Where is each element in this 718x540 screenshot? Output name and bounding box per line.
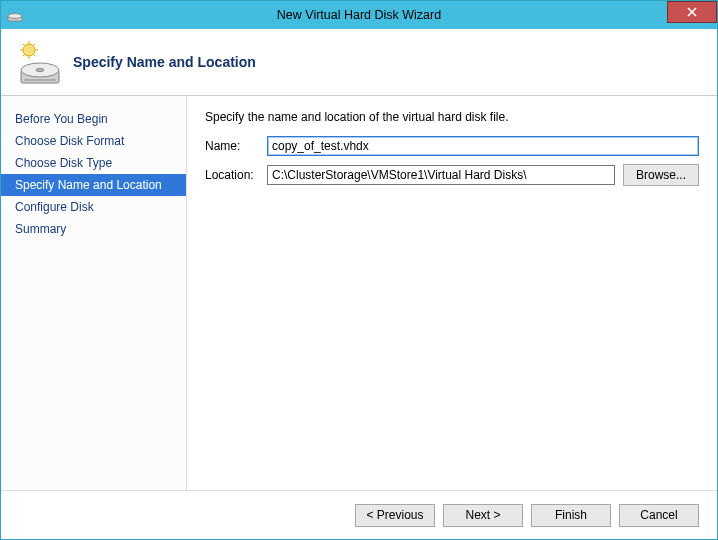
name-label: Name: xyxy=(205,139,259,153)
step-configure-disk[interactable]: Configure Disk xyxy=(1,196,186,218)
location-label: Location: xyxy=(205,168,259,182)
step-summary[interactable]: Summary xyxy=(1,218,186,240)
title-bar: New Virtual Hard Disk Wizard xyxy=(1,1,717,29)
name-row: Name: xyxy=(205,136,699,156)
content-panel: Specify the name and location of the vir… xyxy=(187,96,717,490)
page-heading: Specify Name and Location xyxy=(73,54,256,70)
step-specify-name-location[interactable]: Specify Name and Location xyxy=(1,174,186,196)
step-before-you-begin[interactable]: Before You Begin xyxy=(1,108,186,130)
browse-button[interactable]: Browse... xyxy=(623,164,699,186)
cancel-button[interactable]: Cancel xyxy=(619,504,699,527)
close-button[interactable] xyxy=(667,1,717,23)
step-choose-disk-type[interactable]: Choose Disk Type xyxy=(1,152,186,174)
app-icon xyxy=(7,7,23,23)
svg-point-15 xyxy=(36,68,44,71)
location-row: Location: Browse... xyxy=(205,164,699,186)
svg-line-12 xyxy=(34,44,36,46)
step-choose-disk-format[interactable]: Choose Disk Format xyxy=(1,130,186,152)
svg-line-11 xyxy=(23,55,25,57)
wizard-body: Before You Begin Choose Disk Format Choo… xyxy=(1,96,717,490)
svg-line-10 xyxy=(34,55,36,57)
header-panel: Specify Name and Location xyxy=(1,29,717,96)
window-title: New Virtual Hard Disk Wizard xyxy=(1,8,717,22)
instruction-text: Specify the name and location of the vir… xyxy=(205,110,699,124)
next-button[interactable]: Next > xyxy=(443,504,523,527)
wizard-window: New Virtual Hard Disk Wizard xyxy=(0,0,718,540)
svg-point-1 xyxy=(8,14,22,19)
name-input[interactable] xyxy=(267,136,699,156)
svg-point-4 xyxy=(23,44,35,56)
finish-button[interactable]: Finish xyxy=(531,504,611,527)
svg-line-9 xyxy=(23,44,25,46)
disk-icon xyxy=(15,40,59,84)
step-sidebar: Before You Begin Choose Disk Format Choo… xyxy=(1,96,187,490)
footer-buttons: < Previous Next > Finish Cancel xyxy=(1,490,717,539)
previous-button[interactable]: < Previous xyxy=(355,504,435,527)
location-input[interactable] xyxy=(267,165,615,185)
